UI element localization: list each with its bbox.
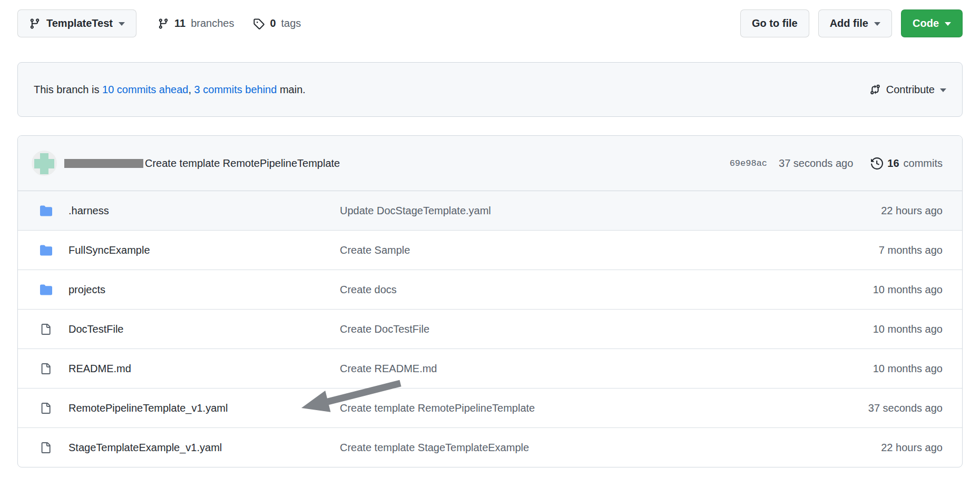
contribute-button[interactable]: Contribute [869, 84, 946, 96]
file-name-link[interactable]: FullSyncExample [68, 244, 340, 256]
caret-down-icon [940, 88, 946, 92]
add-file-button[interactable]: Add file [818, 9, 892, 37]
file-icon [40, 363, 51, 374]
toolbar-actions: Go to file Add file Code [740, 9, 963, 37]
tags-label: tags [281, 17, 301, 29]
file-row: README.md Create README.md 10 months ago [18, 348, 962, 388]
file-icon [40, 324, 51, 335]
icon-cell [40, 324, 68, 335]
latest-commit-message-link[interactable]: Create template RemotePipelineTemplate [145, 157, 340, 170]
last-modified-time: 10 months ago [827, 284, 943, 296]
file-name-link[interactable]: DocTestFile [68, 323, 340, 335]
folder-icon [40, 244, 52, 256]
caret-down-icon [945, 22, 951, 26]
last-modified-time: 10 months ago [827, 363, 943, 375]
code-button[interactable]: Code [901, 9, 963, 37]
go-to-file-label: Go to file [752, 17, 798, 29]
last-modified-time: 22 hours ago [827, 442, 943, 454]
commit-count-label: commits [904, 157, 943, 170]
git-branch-icon [29, 18, 41, 29]
icon-cell [40, 363, 68, 374]
commit-count: 16 [887, 157, 899, 170]
git-compare-icon [869, 84, 881, 95]
last-modified-time: 7 months ago [827, 244, 943, 256]
go-to-file-button[interactable]: Go to file [740, 9, 809, 37]
icon-cell [40, 284, 68, 296]
file-row: .harness Update DocStageTemplate.yaml 22… [18, 191, 962, 230]
caret-down-icon [874, 22, 880, 26]
commits-behind-link[interactable]: 3 commits behind [194, 84, 277, 95]
commit-message-link[interactable]: Create docs [340, 284, 827, 296]
branches-count: 11 [174, 17, 185, 29]
file-icon [40, 442, 51, 453]
icon-cell [40, 244, 68, 256]
commit-message-link[interactable]: Update DocStageTemplate.yaml [340, 205, 827, 217]
file-list: .harness Update DocStageTemplate.yaml 22… [18, 191, 962, 467]
file-row: projects Create docs 10 months ago [18, 270, 962, 309]
last-modified-time: 22 hours ago [827, 205, 943, 217]
latest-commit-header: Create template RemotePipelineTemplate 6… [18, 136, 962, 191]
tags-count: 0 [270, 17, 276, 29]
caret-down-icon [119, 22, 125, 26]
branches-stat[interactable]: 11 branches [158, 17, 234, 29]
tags-stat[interactable]: 0 tags [253, 17, 301, 29]
git-branch-icon [158, 18, 169, 29]
file-row: DocTestFile Create DocTestFile 10 months… [18, 309, 962, 348]
file-name-link[interactable]: projects [68, 284, 340, 296]
file-row: FullSyncExample Create Sample 7 months a… [18, 230, 962, 270]
file-icon [40, 403, 51, 414]
branch-selector-button[interactable]: TemplateTest [17, 9, 136, 37]
file-row: RemotePipelineTemplate_v1.yaml Create te… [18, 388, 962, 427]
tag-icon [253, 18, 264, 29]
commit-hash-link[interactable]: 69e98ac [730, 158, 767, 168]
commit-history-link[interactable]: 16 commits [871, 157, 943, 170]
branch-status-banner: This branch is 10 commits ahead, 3 commi… [17, 62, 963, 117]
contribute-label: Contribute [886, 84, 935, 96]
author-avatar[interactable] [32, 151, 57, 176]
identicon-shape [34, 159, 54, 168]
branch-status-text: This branch is 10 commits ahead, 3 commi… [34, 84, 306, 96]
last-modified-time: 37 seconds ago [827, 402, 943, 414]
file-row: StageTemplateExample_v1.yaml Create temp… [18, 427, 962, 467]
repo-toolbar: TemplateTest 11 branches 0 tags Go to fi… [17, 9, 963, 37]
latest-commit-meta: 69e98ac 37 seconds ago 16 commits [730, 157, 943, 170]
author-name-redaction [64, 159, 143, 168]
folder-icon [40, 205, 52, 217]
branches-label: branches [191, 17, 234, 29]
file-name-link[interactable]: .harness [68, 205, 340, 217]
commit-message-link[interactable]: Create DocTestFile [340, 323, 827, 335]
code-label: Code [913, 17, 939, 29]
commit-message-link[interactable]: Create template RemotePipelineTemplate [340, 402, 827, 414]
history-clock-icon [871, 157, 883, 170]
last-modified-time: 10 months ago [827, 323, 943, 335]
icon-cell [40, 403, 68, 414]
commit-message-link[interactable]: Create Sample [340, 244, 827, 256]
file-name-link[interactable]: StageTemplateExample_v1.yaml [68, 442, 340, 454]
file-browser-box: Create template RemotePipelineTemplate 6… [17, 135, 963, 467]
folder-icon [40, 284, 52, 296]
file-name-link[interactable]: README.md [68, 363, 340, 375]
icon-cell [40, 442, 68, 453]
icon-cell [40, 205, 68, 217]
commit-timestamp: 37 seconds ago [779, 157, 853, 170]
banner-prefix: This branch is [34, 84, 102, 95]
commit-message-link[interactable]: Create template StageTemplateExample [340, 442, 827, 454]
add-file-label: Add file [830, 17, 868, 29]
commits-ahead-link[interactable]: 10 commits ahead [102, 84, 188, 95]
current-branch-label: TemplateTest [46, 17, 113, 29]
commit-message-link[interactable]: Create README.md [340, 363, 827, 375]
banner-suffix: main. [277, 84, 305, 95]
file-name-link[interactable]: RemotePipelineTemplate_v1.yaml [68, 402, 340, 414]
banner-separator: , [188, 84, 194, 95]
